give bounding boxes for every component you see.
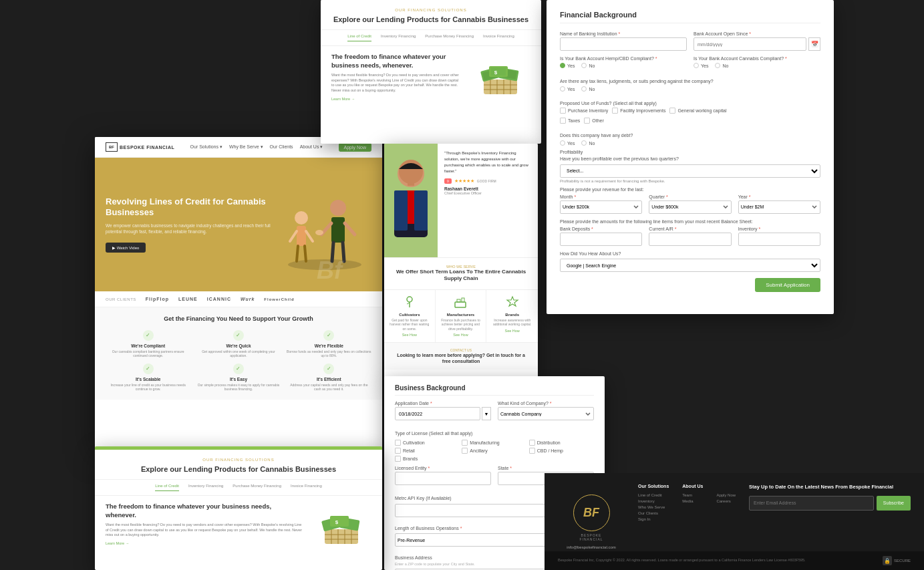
cannabis-radio-group: Yes No	[694, 63, 820, 68]
tab-bottom-purchase[interactable]: Purchase Money Financing	[233, 484, 281, 491]
svg-rect-42	[325, 529, 358, 544]
nav-apply-btn[interactable]: Apply Now	[339, 143, 371, 152]
company-type-select[interactable]: Cannabis Company	[498, 407, 594, 420]
footer-bottom: Bespoke Financial Inc, Copyright © 2022.…	[545, 551, 924, 570]
revenue-quarter-select[interactable]: Under $600k	[649, 200, 731, 214]
lic-cultivation[interactable]: Cultivation	[395, 440, 460, 446]
feature-scalable-name: It's Scalable	[106, 377, 190, 382]
hero-watch-btn[interactable]: ▶ Watch Video	[106, 243, 146, 253]
manufacturers-icon	[440, 295, 482, 311]
svg-line-10	[345, 223, 355, 235]
revenue-label: Please provide your revenue for the last…	[560, 187, 820, 192]
tab-bottom-invoice[interactable]: Invoice Financing	[291, 484, 322, 491]
footer-link-loc[interactable]: Line of Credit	[638, 493, 669, 497]
tab-purchase-money[interactable]: Purchase Money Financing	[425, 34, 474, 41]
profitability-select[interactable]: Select...	[560, 164, 820, 178]
tab-inventory[interactable]: Inventory Financing	[381, 34, 416, 41]
bank-deposits-input[interactable]	[560, 233, 642, 246]
app-date-calendar-icon[interactable]: ▼	[482, 407, 491, 420]
lending-title: Explore our Lending Products for Cannabi…	[331, 15, 530, 24]
footer-link-media[interactable]: Media	[682, 499, 703, 503]
manufacturers-see-how[interactable]: See How	[440, 333, 482, 337]
hear-select[interactable]: Google | Search Engine	[560, 259, 820, 272]
debt-radio-group: Yes No	[560, 140, 820, 146]
footer-link-team[interactable]: Team	[682, 493, 703, 497]
lending-content-text: Want the most flexible financing? Do you…	[331, 73, 462, 94]
svg-rect-32	[394, 190, 408, 231]
current-ar-input[interactable]	[649, 233, 731, 246]
lic-cbd-hemp[interactable]: CBD / Hemp	[529, 448, 594, 454]
inventory-input[interactable]	[738, 233, 820, 246]
checkbox-inventory[interactable]: Purchase Inventory	[560, 108, 608, 114]
calendar-icon[interactable]: 📅	[808, 37, 820, 51]
supply-grid: Cultivators Get paid for flower upon har…	[384, 290, 538, 343]
footer-link-apply-now[interactable]: Apply Now	[716, 493, 736, 497]
nav-about[interactable]: About Us ▾	[300, 144, 323, 150]
tab-invoice[interactable]: Invoice Financing	[483, 34, 514, 41]
svg-rect-39	[455, 302, 466, 307]
revenue-year-select[interactable]: Under $2M	[738, 200, 820, 214]
biz-date-company-row: Application Date * ▼ What Kind of Compan…	[395, 401, 594, 420]
judgments-yes-radio[interactable]: Yes	[560, 86, 575, 92]
hemp-yes-radio[interactable]: Yes	[560, 63, 575, 68]
checkbox-other[interactable]: Other	[584, 118, 604, 124]
licensed-entity-input[interactable]	[395, 472, 491, 485]
lic-ancillary[interactable]: Ancillary	[462, 448, 526, 454]
lic-brands[interactable]: Brands	[395, 456, 460, 462]
lic-distribution[interactable]: Distribution	[529, 440, 594, 446]
revenue-group: Please provide your revenue for the last…	[560, 187, 820, 214]
tab-line-of-credit[interactable]: Line of Credit	[347, 34, 371, 41]
lic-manufacturing[interactable]: Manufacturing	[462, 440, 526, 446]
svg-line-12	[343, 243, 344, 261]
license-type-group: Type of License (Select all that apply) …	[395, 426, 594, 462]
proposed-use-checkboxes-2: Taxes Other	[560, 118, 820, 124]
feature-quick-desc: Get approved within one week of completi…	[196, 349, 281, 358]
client-flowerchild: FlowerChild	[264, 297, 294, 301]
bank-open-since-input[interactable]	[694, 37, 806, 51]
brands-see-how[interactable]: See How	[490, 329, 534, 333]
svg-line-6	[305, 246, 306, 261]
lending-more-link[interactable]: Learn More →	[331, 97, 462, 101]
cannabis-yes-radio[interactable]: Yes	[694, 63, 708, 68]
nav-clients[interactable]: Our Clients	[270, 144, 293, 150]
footer-link-inventory[interactable]: Inventory	[638, 499, 669, 503]
lending-left: The freedom to finance whatever your bus…	[331, 53, 462, 102]
footer-link-careers[interactable]: Careers	[716, 499, 736, 503]
clients-label: OUR CLIENTS	[106, 297, 136, 301]
lending-bottom-more[interactable]: Learn More →	[106, 541, 303, 545]
cultivators-see-how[interactable]: See How	[388, 333, 431, 337]
feature-flexible-desc: Borrow funds as needed and only pay fees…	[287, 349, 371, 358]
checkbox-taxes[interactable]: Taxes	[560, 118, 580, 124]
tab-bottom-inventory[interactable]: Inventory Financing	[188, 484, 223, 491]
banking-institution-group: Name of Banking Institution *	[560, 31, 687, 51]
submit-btn[interactable]: Submit Application	[755, 278, 820, 292]
cannabis-no-radio[interactable]: No	[715, 63, 728, 68]
checkbox-facility[interactable]: Facility Improvements	[612, 108, 665, 114]
company-type-label: What Kind of Company? *	[498, 401, 594, 406]
judgments-no-radio[interactable]: No	[581, 86, 595, 92]
revenue-month-select[interactable]: Under $200k	[560, 200, 642, 214]
flexible-icon: ✓	[323, 330, 334, 341]
newsletter-email-input[interactable]	[749, 496, 874, 511]
footer-link-who-serve[interactable]: Who We Serve	[638, 505, 669, 509]
banking-institution-input[interactable]	[560, 37, 687, 51]
nav-solutions[interactable]: Our Solutions ▾	[190, 144, 222, 150]
debt-no-radio[interactable]: No	[581, 140, 595, 146]
tab-bottom-loc[interactable]: Line of Credit	[155, 484, 179, 491]
svg-rect-2	[297, 226, 306, 246]
debt-yes-radio[interactable]: Yes	[560, 140, 575, 146]
feature-efficient: ✓ It's Efficient Address your capital ne…	[287, 364, 371, 392]
lending-bottom-tag: OUR FINANCING SOLUTIONS	[106, 458, 371, 462]
hemp-no-radio[interactable]: No	[581, 63, 595, 68]
footer-link-our-clients[interactable]: Our Clients	[638, 511, 669, 515]
nav-serve[interactable]: Why Be Serve ▾	[229, 144, 263, 150]
app-date-input[interactable]	[395, 407, 480, 420]
footer-link-sign-in[interactable]: Sign In	[638, 517, 669, 521]
debt-group: Does this company have any debt? Yes No	[560, 128, 820, 146]
supply-chain-page: "Through Bespoke's Inventory Financing s…	[384, 144, 538, 381]
lic-retail[interactable]: Retail	[395, 448, 460, 454]
footer-nav-col-about: About Us Team Media	[682, 484, 703, 559]
newsletter-subscribe-btn[interactable]: Subscribe	[877, 496, 911, 511]
checkbox-working-capital[interactable]: General working capital	[669, 108, 726, 114]
biz-length-label: Length of Business Operations *	[395, 526, 462, 531]
